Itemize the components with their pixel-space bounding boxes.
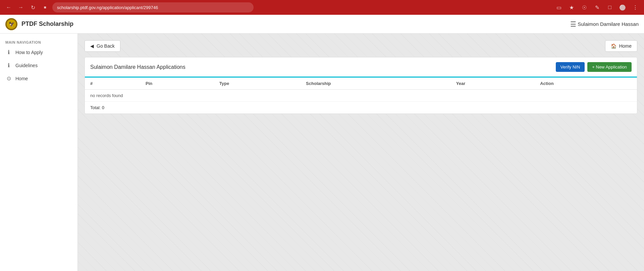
top-bar: ◀ Go Back 🏠 Home <box>85 40 637 52</box>
menu-icon[interactable]: ⋮ <box>631 3 640 12</box>
table-head: # Pin Type Scholarship Year Action <box>85 78 637 90</box>
go-back-label: Go Back <box>97 43 115 49</box>
browser-actions: ▭ ★ ☉ ✎ □ ⚪ ⋮ <box>554 3 640 12</box>
table-body: no records found <box>85 90 637 102</box>
extension-icon[interactable]: ☉ <box>580 3 589 12</box>
sidebar-label-guidelines: Guidelines <box>15 63 38 68</box>
nav-label: MAIN NAVIGATION <box>0 38 77 46</box>
sidebar: MAIN NAVIGATION ℹ How to Apply ℹ Guideli… <box>0 34 78 271</box>
go-back-icon: ◀ <box>90 43 94 49</box>
app-title: PTDF Scholarship <box>21 20 566 28</box>
home-icon-sidebar: ⊙ <box>5 75 12 82</box>
extension-button[interactable]: ■ <box>40 3 50 12</box>
col-type: Type <box>214 78 301 90</box>
col-pin: Pin <box>140 78 214 90</box>
main-content: ◀ Go Back 🏠 Home Sulaimon Damilare Hassa… <box>78 34 644 271</box>
header-actions: Verify NIN + New Application <box>556 62 632 72</box>
bookmark-icon[interactable]: ★ <box>567 3 576 12</box>
cast-icon[interactable]: ▭ <box>554 3 564 12</box>
home-icon: 🏠 <box>611 43 616 49</box>
col-scholarship: Scholarship <box>301 78 451 90</box>
home-label: Home <box>619 43 632 49</box>
table-header-row: # Pin Type Scholarship Year Action <box>85 78 637 90</box>
browser-chrome: ← → ↻ ■ ▭ ★ ☉ ✎ □ ⚪ ⋮ <box>0 0 644 15</box>
main-layout: MAIN NAVIGATION ℹ How to Apply ℹ Guideli… <box>0 34 644 271</box>
edit-icon[interactable]: ✎ <box>592 3 602 12</box>
home-button[interactable]: 🏠 Home <box>605 40 637 52</box>
no-records-text: no records found <box>85 90 637 102</box>
go-back-button[interactable]: ◀ Go Back <box>85 40 120 52</box>
sidebar-item-guidelines[interactable]: ℹ Guidelines <box>0 59 77 72</box>
verify-nin-button[interactable]: Verify NIN <box>556 62 585 72</box>
profile-icon[interactable]: ⚪ <box>618 3 627 12</box>
info-icon-guidelines: ℹ <box>5 62 12 69</box>
card-title: Sulaimon Damilare Hassan Applications <box>90 64 185 70</box>
reload-button[interactable]: ↻ <box>28 3 38 12</box>
applications-card: Sulaimon Damilare Hassan Applications Ve… <box>85 57 637 114</box>
hamburger-button[interactable]: ☰ <box>570 20 576 28</box>
app-header: 🦅 PTDF Scholarship ☰ Sulaimon Damilare H… <box>0 15 644 34</box>
address-bar[interactable] <box>52 2 254 12</box>
col-number: # <box>85 78 140 90</box>
forward-button[interactable]: → <box>16 3 25 12</box>
app-logo: 🦅 <box>5 18 17 30</box>
content-wrapper: ◀ Go Back 🏠 Home Sulaimon Damilare Hassa… <box>78 34 644 121</box>
info-icon: ℹ <box>5 49 12 55</box>
applications-table: # Pin Type Scholarship Year Action no re… <box>85 78 637 101</box>
sidebar-label-how-to-apply: How to Apply <box>15 50 43 55</box>
new-application-button[interactable]: + New Application <box>587 62 632 72</box>
col-year: Year <box>451 78 535 90</box>
back-button[interactable]: ← <box>4 3 13 12</box>
total-row: Total: 0 <box>85 101 637 114</box>
no-records-row: no records found <box>85 90 637 102</box>
svg-text:🦅: 🦅 <box>9 21 15 27</box>
sidebar-item-home[interactable]: ⊙ Home <box>0 72 77 85</box>
sidebar-item-how-to-apply[interactable]: ℹ How to Apply <box>0 46 77 59</box>
card-header: Sulaimon Damilare Hassan Applications Ve… <box>85 57 637 78</box>
save-icon[interactable]: □ <box>605 3 614 12</box>
sidebar-label-home: Home <box>15 76 28 81</box>
col-action: Action <box>535 78 637 90</box>
user-name: Sulaimon Damilare Hassan <box>578 21 639 27</box>
